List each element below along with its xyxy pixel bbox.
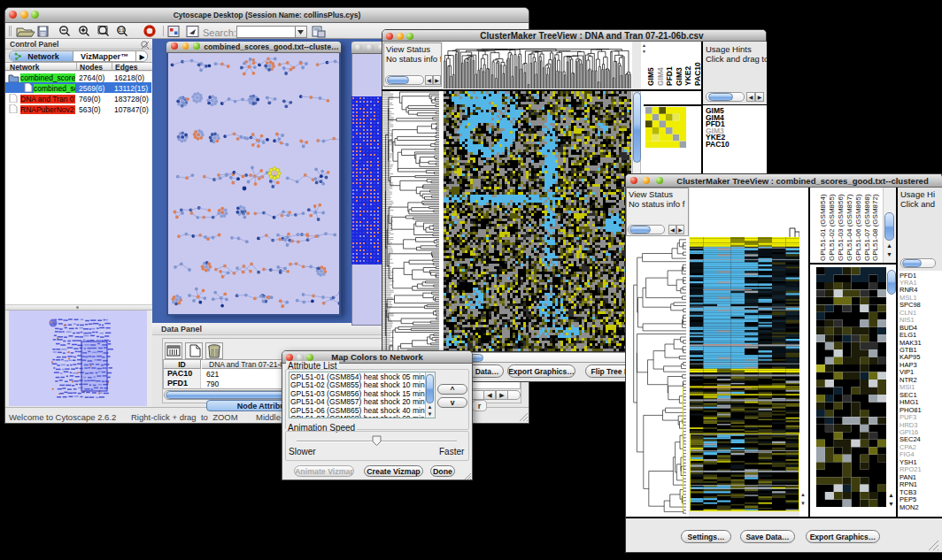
svg-text:1:1: 1:1	[119, 28, 125, 33]
